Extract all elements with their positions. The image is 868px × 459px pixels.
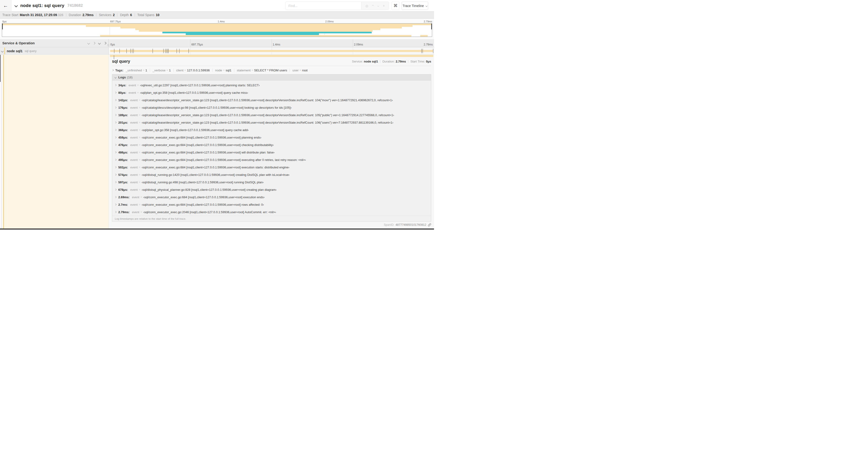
tags-row[interactable]: Tags: _unfinished=1_verbose=1client=127.… bbox=[112, 68, 431, 72]
service-color-accent bbox=[4, 47, 5, 54]
clear-find-icon[interactable]: × bbox=[383, 4, 385, 8]
span-row-timeline-cell[interactable] bbox=[109, 47, 434, 54]
minimap-right-drag-handle[interactable] bbox=[431, 24, 432, 29]
collapse-trace-chevron-icon[interactable] bbox=[14, 4, 18, 7]
divider bbox=[66, 13, 66, 17]
scrollbar[interactable] bbox=[0, 55, 0, 82]
log-field-key: event bbox=[129, 84, 136, 87]
keyboard-shortcuts-button[interactable]: ⌘ bbox=[392, 2, 400, 10]
log-row[interactable]: 34μs:event=‹sql/exec_util.go:2297 [nsql1… bbox=[112, 81, 431, 89]
log-row[interactable]: 2.7ms:event=‹sql/conn_executor_exec.go:6… bbox=[112, 201, 431, 208]
span-row-name-cell[interactable]: node sql1 sql query bbox=[0, 47, 109, 54]
expand-log-chevron-icon[interactable] bbox=[115, 174, 117, 176]
log-row[interactable]: 142μs:event=‹sql/catalog/lease/descripto… bbox=[112, 96, 431, 104]
detail-left-column bbox=[0, 55, 109, 229]
tag-key: user bbox=[292, 69, 299, 72]
log-row[interactable]: 2.79ms:event=‹sql/conn_executor_exec.go:… bbox=[112, 208, 431, 216]
expand-log-chevron-icon[interactable] bbox=[115, 122, 117, 123]
log-row[interactable]: 502μs:event=‹sql/conn_executor_exec.go:6… bbox=[112, 163, 431, 171]
expand-log-chevron-icon[interactable] bbox=[115, 204, 117, 205]
span-row[interactable]: node sql1 sql query bbox=[0, 47, 434, 55]
find-input[interactable] bbox=[286, 2, 361, 9]
equals-sign: = bbox=[141, 210, 142, 214]
log-row[interactable]: 201μs:event=‹sql/catalog/lease/descripto… bbox=[112, 119, 431, 126]
link-icon[interactable] bbox=[428, 223, 431, 226]
expand-log-chevron-icon[interactable] bbox=[115, 151, 117, 153]
log-row[interactable]: 80μs:event=‹sql/plan_opt.go:358 [nsql1,c… bbox=[112, 89, 431, 96]
expand-log-chevron-icon[interactable] bbox=[115, 114, 117, 116]
duration-label: Duration bbox=[69, 13, 81, 17]
log-row[interactable]: 176μs:event=‹sql/catalog/descs/descripto… bbox=[112, 104, 431, 111]
log-marker bbox=[167, 49, 168, 53]
log-row[interactable]: 476μs:event=‹sql/conn_executor_exec.go:6… bbox=[112, 141, 431, 149]
log-field-value: ‹sql/exec_util.go:2297 [nsql1,client=127… bbox=[140, 84, 260, 87]
expand-log-chevron-icon[interactable] bbox=[115, 129, 117, 131]
log-timestamp: 678μs: bbox=[118, 188, 128, 192]
equals-sign: = bbox=[166, 69, 168, 72]
log-field-value: ‹sql/conn_executor_exec.go:684 [nsql1,cl… bbox=[142, 203, 264, 206]
log-field-key: event bbox=[132, 195, 139, 199]
log-row[interactable]: 678μs:event=‹sql/distsql_physical_planne… bbox=[112, 186, 431, 193]
expand-log-chevron-icon[interactable] bbox=[115, 181, 117, 183]
expand-one-icon[interactable] bbox=[93, 42, 95, 44]
expand-all-icon[interactable] bbox=[104, 42, 106, 44]
expand-log-chevron-icon[interactable] bbox=[115, 211, 117, 213]
log-row[interactable]: 574μs:event=‹sql/distsql_running.go:1420… bbox=[112, 171, 431, 178]
tag-item[interactable]: _unfinished=1 bbox=[126, 69, 147, 72]
expand-tags-chevron-icon[interactable] bbox=[112, 69, 114, 71]
tag-value: 127.0.0.1:59936 bbox=[187, 69, 210, 72]
tag-item[interactable]: statement=SELECT * FROM users bbox=[237, 69, 287, 72]
view-selector-button[interactable]: Trace Timeline bbox=[402, 2, 428, 10]
trace-id: 7418682 bbox=[67, 3, 83, 8]
log-row[interactable]: 189μs:event=‹sql/catalog/lease/descripto… bbox=[112, 111, 431, 119]
expand-log-chevron-icon[interactable] bbox=[115, 107, 117, 108]
tag-item[interactable]: _verbose=1 bbox=[153, 69, 171, 72]
collapse-one-icon[interactable] bbox=[88, 42, 90, 44]
chevron-down-icon bbox=[425, 5, 427, 6]
prev-match-icon[interactable] bbox=[372, 5, 374, 6]
minimap-canvas[interactable] bbox=[2, 23, 432, 37]
span-meta: Service:node sql1 Duration:2.79ms Start … bbox=[352, 60, 431, 63]
expand-log-chevron-icon[interactable] bbox=[115, 159, 117, 161]
span-id-label: SpanID: bbox=[384, 223, 394, 226]
expand-log-chevron-icon[interactable] bbox=[115, 84, 117, 86]
log-field-value: ‹sql/distsql_running.go:498 [nsql1,clien… bbox=[142, 181, 264, 184]
equals-sign: = bbox=[223, 69, 225, 72]
span-bar[interactable] bbox=[110, 50, 433, 52]
back-button[interactable]: ← bbox=[0, 0, 11, 11]
tag-key: node bbox=[215, 69, 222, 72]
log-field-value: ‹sql/conn_executor_exec.go:684 [nsql1,cl… bbox=[143, 195, 265, 199]
collapse-all-icon[interactable] bbox=[98, 42, 100, 44]
log-row[interactable]: 486μs:event=‹sql/conn_executor_exec.go:6… bbox=[112, 149, 431, 156]
expand-log-chevron-icon[interactable] bbox=[115, 92, 117, 94]
expand-log-chevron-icon[interactable] bbox=[115, 99, 117, 101]
log-field-value: ‹sql/catalog/lease/descriptor_version_st… bbox=[142, 113, 394, 117]
tag-item[interactable]: node=sql1 bbox=[215, 69, 231, 72]
tag-item[interactable]: user=root bbox=[292, 69, 308, 72]
expand-log-chevron-icon[interactable] bbox=[115, 144, 117, 146]
log-timestamp: 495μs: bbox=[118, 158, 128, 162]
expand-log-chevron-icon[interactable] bbox=[115, 166, 117, 168]
locate-icon[interactable]: ◎ bbox=[365, 4, 368, 8]
detail-header: sql query Service:node sql1 Duration:2.7… bbox=[112, 59, 431, 64]
next-match-icon[interactable] bbox=[377, 5, 379, 6]
log-row[interactable]: 459μs:event=‹sql/conn_executor_exec.go:6… bbox=[112, 134, 431, 141]
tag-item[interactable]: client=127.0.0.1:59936 bbox=[176, 69, 210, 72]
collapse-span-chevron-icon[interactable] bbox=[1, 50, 3, 52]
log-row[interactable]: 366μs:event=‹sql/plan_opt.go:358 [nsql1,… bbox=[112, 126, 431, 134]
logs-header[interactable]: Logs (18) bbox=[112, 74, 431, 80]
collapse-logs-chevron-icon[interactable] bbox=[115, 76, 117, 78]
expand-log-chevron-icon[interactable] bbox=[115, 189, 117, 191]
expand-log-chevron-icon[interactable] bbox=[115, 196, 117, 198]
minimap-left-drag-handle[interactable] bbox=[2, 24, 3, 29]
log-row[interactable]: 597μs:event=‹sql/distsql_running.go:498 … bbox=[112, 178, 431, 186]
log-row[interactable]: 2.69ms:event=‹sql/conn_executor_exec.go:… bbox=[112, 193, 431, 201]
divider bbox=[408, 60, 408, 63]
expand-log-chevron-icon[interactable] bbox=[115, 136, 117, 138]
log-row[interactable]: 495μs:event=‹sql/conn_executor_exec.go:6… bbox=[112, 156, 431, 163]
trace-title-group[interactable]: node sql1: sql query 7418682 bbox=[15, 0, 83, 11]
tag-value: root bbox=[302, 69, 308, 72]
divider bbox=[112, 66, 431, 66]
logs-body: 34μs:event=‹sql/exec_util.go:2297 [nsql1… bbox=[112, 80, 431, 216]
equals-sign: = bbox=[143, 69, 145, 72]
